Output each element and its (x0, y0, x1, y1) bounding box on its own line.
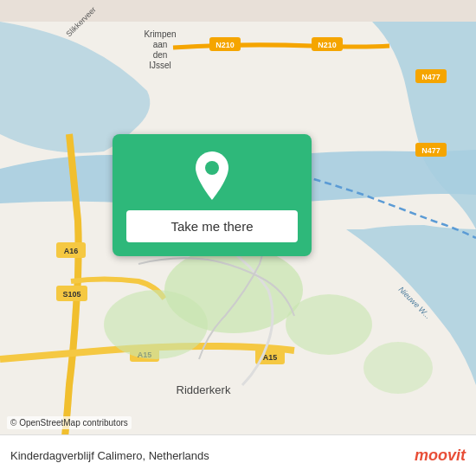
take-me-there-button[interactable]: Take me there (126, 210, 298, 242)
svg-text:A15: A15 (263, 353, 278, 362)
moovit-logo: moovit (415, 447, 466, 465)
map-container: A16 A15 A15 S105 N210 N210 N477 N477 Nie… (0, 0, 476, 476)
svg-text:aan: aan (153, 40, 168, 49)
svg-text:N210: N210 (318, 41, 337, 49)
svg-text:A16: A16 (64, 247, 79, 255)
svg-text:Ridderkerk: Ridderkerk (177, 383, 231, 396)
svg-text:Krimpen: Krimpen (144, 29, 176, 39)
osm-attribution: © OpenStreetMap contributors (7, 416, 132, 429)
svg-text:IJssel: IJssel (149, 61, 171, 70)
cta-card: Take me there (113, 134, 312, 256)
attribution-text: © OpenStreetMap contributors (10, 418, 128, 428)
location-pin-icon (191, 151, 233, 200)
svg-text:N477: N477 (421, 73, 441, 81)
svg-point-19 (286, 294, 372, 355)
svg-text:N477: N477 (421, 146, 441, 155)
svg-point-18 (104, 290, 208, 359)
bottom-bar: Kinderdagverblijf Calimero, Netherlands … (0, 434, 476, 476)
svg-point-29 (205, 161, 219, 175)
svg-text:den: den (153, 50, 168, 60)
svg-text:N210: N210 (215, 41, 235, 49)
moovit-logo-text: moovit (415, 447, 466, 465)
svg-text:S105: S105 (62, 290, 80, 299)
svg-point-20 (363, 342, 433, 394)
location-label: Kinderdagverblijf Calimero, Netherlands (10, 449, 209, 462)
